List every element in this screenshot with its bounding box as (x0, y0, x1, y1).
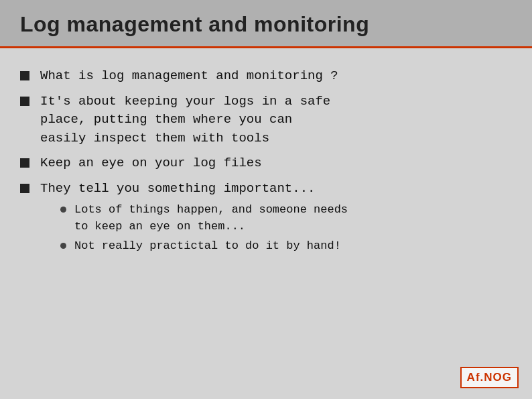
sub-bullet-icon (60, 243, 66, 249)
slide: Log management and monitoring What is lo… (0, 0, 532, 399)
bullet-text-2: It's about keeping your logs in a safepl… (40, 93, 330, 148)
bullet-icon (20, 158, 29, 168)
sub-bullet-icon (60, 207, 66, 213)
bullet-text-1: What is log management and monitoring ? (40, 67, 338, 86)
sub-bullet-text-2: Not really practictal to do it by hand! (74, 238, 341, 255)
sub-bullets: Lots of things happen, and someone needs… (60, 202, 348, 254)
bullet-icon (20, 184, 29, 193)
title-bar: Log management and monitoring (0, 0, 532, 48)
list-item: Keep an eye on your log files (20, 154, 512, 173)
sub-bullet-text-1: Lots of things happen, and someone needs… (74, 202, 348, 235)
bullet-icon (20, 97, 29, 106)
slide-title: Log management and monitoring (20, 12, 369, 36)
bullet-text-4: They tell you something important... (40, 181, 315, 196)
bullet-text-3: Keep an eye on your log files (40, 154, 262, 173)
bullet-icon (20, 71, 29, 80)
list-item: Not really practictal to do it by hand! (60, 238, 348, 255)
list-item: What is log management and monitoring ? (20, 67, 512, 86)
logo-text: Af.NOG (467, 371, 512, 384)
logo-container: Af.NOG (460, 367, 519, 388)
list-item: They tell you something important... Lot… (20, 180, 512, 257)
logo-box: Af.NOG (460, 367, 519, 388)
content-area: What is log management and monitoring ? … (0, 48, 532, 399)
list-item: It's about keeping your logs in a safepl… (20, 93, 512, 148)
list-item: Lots of things happen, and someone needs… (60, 202, 348, 235)
